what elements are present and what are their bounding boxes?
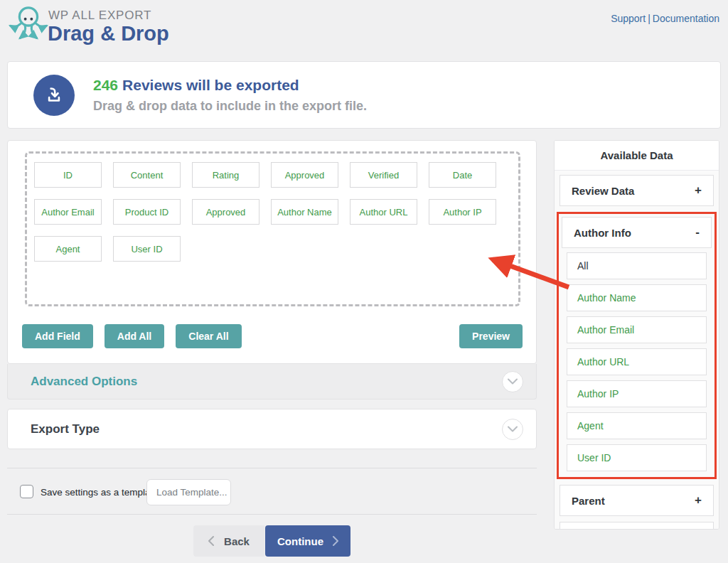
support-link[interactable]: Support: [611, 13, 646, 24]
octopus-logo-icon: [6, 4, 50, 50]
field-chip-id[interactable]: ID: [34, 162, 102, 188]
chevron-left-icon: [208, 536, 214, 546]
section-author-info[interactable]: Author Info -: [562, 217, 712, 248]
advanced-options-accordion[interactable]: Advanced Options: [7, 364, 537, 400]
clear-all-button[interactable]: Clear All: [176, 324, 241, 348]
continue-label: Continue: [277, 535, 323, 547]
data-item-author-email[interactable]: Author Email: [567, 316, 707, 343]
chevron-right-icon: [333, 536, 338, 546]
expand-icon[interactable]: +: [695, 183, 702, 198]
export-type-label: Export Type: [31, 422, 100, 436]
banner-title-text: Reviews will be exported: [122, 77, 299, 93]
data-item-all[interactable]: All: [567, 252, 707, 279]
highlight-outline: Author Info - All Author Name Author Ema…: [557, 212, 717, 479]
field-chip-author-name[interactable]: Author Name: [271, 199, 338, 225]
save-template-checkbox[interactable]: [20, 485, 33, 498]
field-chip-approved-2[interactable]: Approved: [192, 199, 259, 225]
field-chip-product-id[interactable]: Product ID: [113, 199, 181, 225]
section-other[interactable]: Other +: [560, 522, 714, 530]
expand-icon[interactable]: +: [695, 493, 702, 508]
advanced-options-label: Advanced Options: [31, 375, 137, 389]
export-summary-banner: 246Reviews will be exported Drag & drop …: [7, 61, 721, 129]
banner-title: 246Reviews will be exported: [93, 77, 367, 94]
field-chip-author-email[interactable]: Author Email: [34, 199, 102, 225]
documentation-link[interactable]: Documentation: [653, 13, 719, 24]
field-chip-user-id[interactable]: User ID: [113, 236, 181, 262]
brand-name: WP ALL EXPORT: [48, 9, 151, 23]
link-separator: |: [648, 13, 651, 24]
section-review-data[interactable]: Review Data +: [560, 175, 714, 206]
top-links: Support|Documentation: [611, 13, 719, 24]
data-item-author-ip[interactable]: Author IP: [567, 380, 707, 407]
divider: [7, 468, 537, 468]
load-template-select[interactable]: Load Template...: [146, 479, 231, 505]
add-all-button[interactable]: Add All: [105, 324, 164, 348]
export-editor-card: ID Content Rating Approved Verified Date…: [7, 140, 537, 364]
collapse-icon[interactable]: -: [695, 225, 700, 240]
data-item-user-id[interactable]: User ID: [567, 444, 707, 471]
continue-button[interactable]: Continue: [265, 525, 350, 557]
divider: [7, 514, 537, 515]
banner-subtitle: Drag & drop data to include in the expor…: [93, 99, 367, 114]
data-item-agent[interactable]: Agent: [567, 412, 707, 439]
download-icon: [33, 75, 75, 116]
field-chip-author-ip[interactable]: Author IP: [429, 199, 496, 225]
section-label: Parent: [572, 495, 605, 507]
available-data-panel: Available Data Review Data + Author Info…: [554, 140, 719, 530]
section-label: Author Info: [574, 227, 631, 239]
field-chip-rating[interactable]: Rating: [192, 162, 259, 188]
available-data-title: Available Data: [555, 141, 719, 171]
drag-drop-zone[interactable]: ID Content Rating Approved Verified Date…: [25, 151, 520, 306]
page-title: Drag & Drop: [48, 22, 169, 45]
section-parent[interactable]: Parent +: [560, 485, 714, 516]
export-type-accordion[interactable]: Export Type: [7, 409, 537, 449]
field-chip-content[interactable]: Content: [113, 162, 181, 188]
preview-button[interactable]: Preview: [459, 324, 523, 348]
chevron-down-icon[interactable]: [502, 419, 523, 440]
field-chip-date[interactable]: Date: [429, 162, 496, 188]
field-chip-author-url[interactable]: Author URL: [350, 199, 417, 225]
save-template-label: Save settings as a template: [41, 487, 159, 498]
field-chip-agent[interactable]: Agent: [34, 236, 102, 262]
back-label: Back: [224, 535, 250, 547]
add-field-button[interactable]: Add Field: [22, 324, 93, 348]
field-chip-approved[interactable]: Approved: [271, 162, 338, 188]
back-button[interactable]: Back: [193, 525, 264, 557]
export-count: 246: [93, 77, 118, 93]
section-label: Review Data: [572, 185, 634, 197]
field-chip-verified[interactable]: Verified: [350, 162, 417, 188]
data-item-author-name[interactable]: Author Name: [567, 284, 707, 311]
data-item-author-url[interactable]: Author URL: [567, 348, 707, 375]
load-template-value: Load Template...: [156, 487, 228, 498]
chevron-down-icon[interactable]: [502, 371, 523, 392]
